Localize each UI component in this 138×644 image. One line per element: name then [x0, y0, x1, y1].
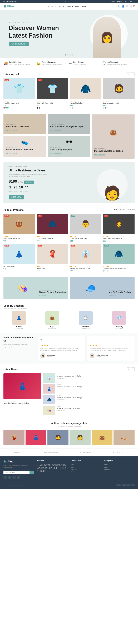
color-dot[interactable]	[5, 107, 7, 108]
category-jewellery[interactable]: 💎 Jewellery 60+ Products	[104, 311, 135, 329]
instagram-photo-4[interactable]: 👩	[70, 430, 91, 445]
cat-link[interactable]: EXPLORE MORE	[50, 152, 61, 154]
countdown-secs: 44 Sec	[25, 185, 28, 192]
product-image[interactable]: HOT 👗	[4, 244, 35, 264]
hero-dot-4[interactable]	[70, 54, 71, 56]
news-prev-button[interactable]: ‹	[127, 368, 130, 371]
news-thumb[interactable]: 🧥	[43, 395, 55, 404]
footer-link-blog[interactable]: Blog	[71, 466, 101, 468]
instagram-photo-6[interactable]: 👡	[113, 430, 134, 445]
color-dot[interactable]	[7, 107, 9, 108]
filter-discounted[interactable]: Discounted	[127, 209, 134, 211]
nav-pages[interactable]: Pages ▾	[66, 6, 73, 8]
instagram-photo-5[interactable]: 👜	[92, 430, 113, 445]
product-image[interactable]: NEW 🧥	[103, 244, 135, 264]
instagram-icon[interactable]: i	[64, 1, 64, 2]
category-cloths[interactable]: 👗 Cloths 150+ Products	[4, 311, 35, 329]
signin-link[interactable]: Sign In	[111, 1, 115, 2]
instagram-photo-3[interactable]: 🧔	[47, 430, 68, 445]
hero-explore-button[interactable]: EXPLORE MORE	[9, 42, 29, 46]
cat-link[interactable]: EXPLORE MORE	[50, 129, 61, 131]
product-image[interactable]: HOT 🧔	[103, 214, 135, 234]
news-article-title[interactable]: When the music over turn off the light	[57, 397, 82, 399]
footer-cat-watches[interactable]: Watches	[104, 468, 134, 471]
news-article-title[interactable]: When the music over turn off the light	[57, 375, 82, 377]
cat-link[interactable]: EXPLORE MORE	[6, 129, 17, 131]
cat-link[interactable]: EXPLORE MORE	[6, 152, 17, 154]
footer-cat-bags[interactable]: Bags	[104, 466, 134, 468]
nav-blog[interactable]: Blog	[75, 6, 79, 8]
latest-next-button[interactable]: ›	[131, 72, 134, 76]
facebook-icon[interactable]: f	[61, 1, 61, 2]
news-main-image[interactable]: 👗	[4, 373, 41, 399]
promo-discount-badge[interactable]: Get it now	[24, 180, 34, 184]
language-select[interactable]: ENG ▾	[130, 1, 134, 2]
hero-dot-5[interactable]	[72, 54, 73, 56]
user-icon[interactable]: 👤	[122, 5, 124, 8]
cart-icon[interactable]: 🛒 0	[130, 5, 134, 8]
footer-link-shop[interactable]: Shop	[71, 464, 101, 466]
instagram-photo-2[interactable]: 👗	[26, 430, 47, 445]
newsletter-submit-button[interactable]: →	[30, 471, 34, 474]
latest-prev-button[interactable]: ‹	[127, 72, 130, 76]
footer-facebook-icon[interactable]: f	[4, 476, 7, 479]
color-dot[interactable]	[103, 107, 105, 108]
search-icon[interactable]: 🔍	[117, 5, 120, 8]
category-watches[interactable]: ⌚ Watches 50+ Products	[70, 311, 101, 329]
news-thumb[interactable]: 👔	[43, 373, 55, 383]
twitter-icon[interactable]: t	[63, 1, 63, 2]
color-dot[interactable]	[105, 107, 106, 108]
product-image[interactable]: 🧥	[70, 78, 101, 99]
wishlist-icon[interactable]: ♡	[126, 5, 128, 8]
instagram-photo-1[interactable]: 💃	[4, 430, 25, 445]
product-image[interactable]: 🧔	[103, 78, 135, 99]
product-image[interactable]: NEW 👨	[70, 214, 101, 234]
nav-home[interactable]: Home	[45, 6, 49, 8]
color-dot[interactable]	[39, 107, 40, 108]
product-image[interactable]: HOT 🧣	[37, 244, 68, 264]
cat-link[interactable]: EXPLORE MORE	[94, 154, 105, 156]
category-bags-image: 👜	[45, 311, 59, 325]
copyright: © 2024 Ulina. All Rights Reserved.	[4, 484, 25, 486]
footer-link-contact[interactable]: Contact	[71, 471, 101, 473]
filter-new[interactable]: New	[114, 209, 117, 211]
promo-shop-button[interactable]: SHOP NOW	[9, 195, 24, 200]
product-image[interactable]: HOT 🧥	[37, 214, 68, 234]
pinterest-icon[interactable]: p	[65, 1, 66, 2]
color-dot[interactable]	[4, 107, 5, 108]
hero-dot-2[interactable]	[67, 54, 68, 56]
currency-select[interactable]: USD ▾	[124, 1, 128, 2]
color-dot[interactable]	[72, 107, 73, 108]
news-article-title[interactable]: When the music over turn off the light	[57, 386, 82, 388]
color-dot[interactable]	[37, 107, 38, 108]
product-image[interactable]: HOT 👕	[37, 78, 68, 99]
newsletter-input[interactable]	[4, 471, 30, 474]
hero-dot-3[interactable]	[68, 54, 70, 56]
footer-cat-jewellery[interactable]: Jewellery	[104, 471, 134, 473]
news-main-title[interactable]: When the music over turn off the light	[4, 402, 41, 404]
col-title: Men's Trendy Fashion	[109, 291, 132, 294]
filter-featured[interactable]: Featured	[119, 209, 125, 211]
footer-cat-cloths[interactable]: Cloths	[104, 464, 134, 466]
news-article-title[interactable]: When the music over turn off the light	[57, 408, 82, 410]
news-thumb[interactable]: 👒	[43, 406, 55, 415]
col-link[interactable]: SHOP NOW	[109, 295, 116, 296]
footer-pinterest-icon[interactable]: p	[17, 476, 20, 479]
news-next-button[interactable]: ›	[131, 368, 134, 371]
category-bags[interactable]: 👜 Bags 80+ Products	[37, 311, 68, 329]
nav-contact[interactable]: Contact	[81, 6, 87, 8]
nav-about[interactable]: About	[52, 6, 56, 8]
logo[interactable]: ⬟ Ulina	[4, 4, 15, 8]
register-link[interactable]: Register	[117, 1, 123, 2]
footer-instagram-icon[interactable]: i	[13, 476, 16, 479]
product-image[interactable]: HOT 👔	[70, 244, 101, 264]
product-image[interactable]: HOT 👜	[4, 214, 35, 234]
col-link[interactable]: SHOP NOW	[39, 295, 47, 296]
news-thumb[interactable]: 👗	[43, 384, 55, 394]
hero-dot-1[interactable]	[65, 54, 66, 56]
nav-shop[interactable]: Shop ▾	[59, 6, 64, 8]
footer-link-about[interactable]: About Us	[71, 468, 101, 471]
color-dot[interactable]	[70, 107, 71, 108]
footer-twitter-icon[interactable]: t	[8, 476, 11, 479]
product-image[interactable]: HOT 👕	[4, 78, 35, 99]
